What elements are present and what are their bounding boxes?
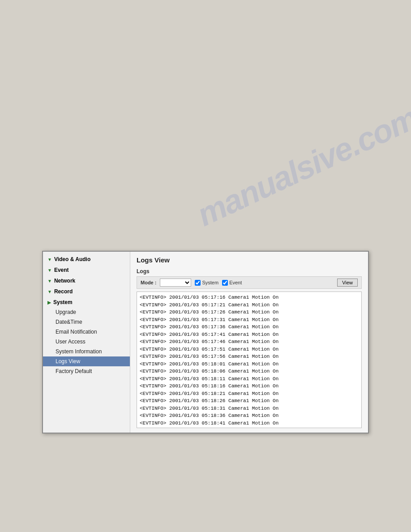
sidebar-sub-label-email-notification: Email Notification — [56, 329, 97, 335]
log-line: <EVTINFO> 2001/01/03 05:17:56 Camera1 Mo… — [140, 353, 359, 360]
arrow-icon-system: ▶ — [47, 300, 51, 305]
main-content: Logs View Logs Mode : System Event — [130, 252, 368, 433]
sidebar-item-email-notification[interactable]: Email Notification — [43, 327, 130, 337]
logs-section-label: Logs — [137, 268, 362, 275]
sidebar-group-network: ▼ Network — [43, 276, 130, 286]
log-line: <EVTINFO> 2001/01/03 05:18:36 Camera1 Mo… — [140, 412, 359, 420]
log-line: <EVTINFO> 2001/01/03 05:18:41 Camera1 Mo… — [140, 420, 359, 427]
arrow-icon-network: ▼ — [47, 279, 52, 283]
system-checkbox-label: System — [202, 280, 218, 285]
sidebar-item-network[interactable]: ▼ Network — [43, 276, 130, 286]
watermark: manualsive.com — [192, 99, 411, 233]
log-line: <EVTINFO> 2001/01/03 05:18:21 Camera1 Mo… — [140, 390, 359, 398]
sidebar-group-record: ▼ Record — [43, 287, 130, 296]
system-checkbox-group: System — [195, 280, 218, 286]
log-line: <EVTINFO> 2001/01/03 05:17:31 Camera1 Mo… — [140, 316, 359, 324]
page-title: Logs View — [137, 256, 362, 264]
log-line: <EVTINFO> 2001/01/03 05:18:31 Camera1 Mo… — [140, 405, 359, 412]
sidebar-label-event: Event — [54, 267, 69, 273]
view-button[interactable]: View — [337, 279, 358, 287]
sidebar-item-event[interactable]: ▼ Event — [43, 265, 130, 275]
log-line: <EVTINFO> 2001/01/03 05:17:36 Camera1 Mo… — [140, 323, 359, 331]
sidebar-item-record[interactable]: ▼ Record — [43, 287, 130, 296]
log-line: <EVTINFO> 2001/01/03 05:17:21 Camera1 Mo… — [140, 301, 359, 309]
sidebar-item-date-time[interactable]: Date&Time — [43, 317, 130, 327]
log-line: <EVTINFO> 2001/01/03 05:17:46 Camera1 Mo… — [140, 338, 359, 346]
sidebar-sub-label-factory-default: Factory Default — [56, 368, 92, 374]
sidebar-sub-label-user-access: User Access — [56, 339, 86, 345]
log-line: <EVTINFO> 2001/01/03 05:18:01 Camera1 Mo… — [140, 360, 359, 368]
sidebar-label-network: Network — [54, 278, 75, 284]
sidebar-label-record: Record — [54, 288, 73, 295]
logs-output[interactable]: <EVTINFO> 2001/01/03 05:17:16 Camera1 Mo… — [137, 292, 362, 428]
mode-label: Mode : — [141, 280, 156, 285]
log-line: <EVTINFO> 2001/01/03 05:18:46 Camera1 Mo… — [140, 427, 359, 428]
log-line: <EVTINFO> 2001/01/03 05:17:51 Camera1 Mo… — [140, 346, 359, 353]
arrow-icon-event: ▼ — [47, 268, 52, 273]
sidebar-item-video-audio[interactable]: ▼ Video & Audio — [43, 254, 130, 264]
sidebar-group-video-audio: ▼ Video & Audio — [43, 254, 130, 264]
event-checkbox-group: Event — [222, 280, 242, 286]
event-checkbox[interactable] — [222, 280, 228, 286]
log-line: <EVTINFO> 2001/01/03 05:17:26 Camera1 Mo… — [140, 309, 359, 316]
sidebar-label-system: System — [53, 299, 73, 305]
arrow-icon-video-audio: ▼ — [47, 257, 52, 262]
sidebar-sub-label-date-time: Date&Time — [56, 319, 82, 325]
sidebar-group-system: ▶ System Upgrade Date&Time Email Notific… — [43, 297, 130, 376]
sidebar-label-video-audio: Video & Audio — [54, 256, 90, 262]
window-body: ▼ Video & Audio ▼ Event ▼ Network — [43, 252, 368, 433]
sidebar: ▼ Video & Audio ▼ Event ▼ Network — [43, 252, 130, 433]
log-line: <EVTINFO> 2001/01/03 05:18:11 Camera1 Mo… — [140, 375, 359, 383]
sidebar-sub-label-upgrade: Upgrade — [56, 309, 76, 315]
event-checkbox-label: Event — [229, 280, 242, 285]
sidebar-item-logs-view[interactable]: Logs View — [43, 356, 130, 366]
page-background: manualsive.com ▼ Video & Audio ▼ Event — [0, 0, 411, 532]
sidebar-group-event: ▼ Event — [43, 265, 130, 275]
log-line: <EVTINFO> 2001/01/03 05:18:16 Camera1 Mo… — [140, 382, 359, 390]
sidebar-item-factory-default[interactable]: Factory Default — [43, 366, 130, 376]
system-checkbox[interactable] — [195, 280, 201, 286]
sidebar-sub-label-system-information: System Information — [56, 348, 102, 355]
log-line: <EVTINFO> 2001/01/03 05:17:16 Camera1 Mo… — [140, 294, 359, 301]
logs-controls: Mode : System Event View — [137, 276, 362, 289]
log-line: <EVTINFO> 2001/01/03 05:18:06 Camera1 Mo… — [140, 368, 359, 375]
sidebar-item-system[interactable]: ▶ System — [43, 297, 130, 307]
log-line: <EVTINFO> 2001/01/03 05:17:41 Camera1 Mo… — [140, 331, 359, 339]
arrow-icon-record: ▼ — [47, 289, 52, 294]
sidebar-item-user-access[interactable]: User Access — [43, 337, 130, 347]
sidebar-item-upgrade[interactable]: Upgrade — [43, 307, 130, 317]
sidebar-sub-label-logs-view: Logs View — [56, 358, 80, 365]
sidebar-item-system-information[interactable]: System Information — [43, 347, 130, 356]
mode-select[interactable] — [160, 279, 191, 287]
app-window: ▼ Video & Audio ▼ Event ▼ Network — [42, 251, 369, 433]
log-line: <EVTINFO> 2001/01/03 05:18:26 Camera1 Mo… — [140, 397, 359, 405]
